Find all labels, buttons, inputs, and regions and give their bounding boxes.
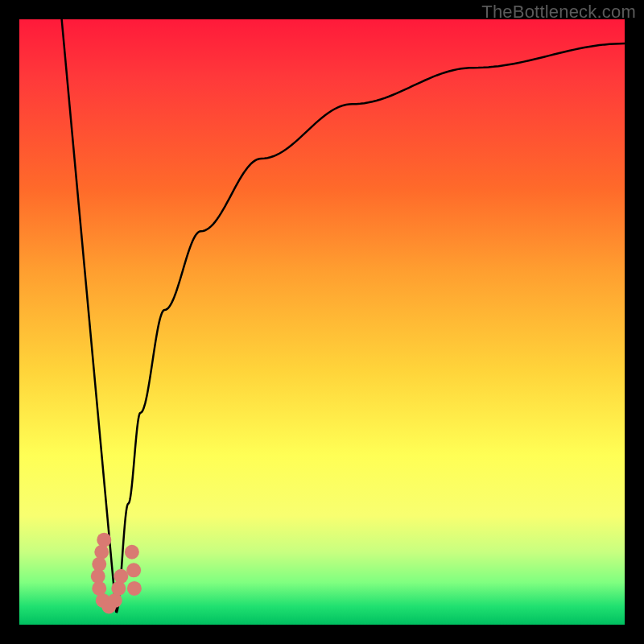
marker-dot [94, 545, 109, 559]
watermark-text: TheBottleneck.com [481, 2, 636, 23]
marker-dot [114, 569, 128, 584]
chart-svg [19, 19, 625, 625]
marker-dot [125, 545, 139, 559]
log-curve [116, 43, 625, 613]
plot-area [19, 19, 625, 625]
marker-dot [126, 563, 141, 577]
marker-dot [97, 533, 111, 547]
descending-line [62, 19, 117, 613]
marker-dot [127, 581, 142, 596]
marker-cluster [91, 533, 142, 614]
marker-dot [111, 581, 126, 596]
chart-frame: TheBottleneck.com [0, 0, 644, 644]
